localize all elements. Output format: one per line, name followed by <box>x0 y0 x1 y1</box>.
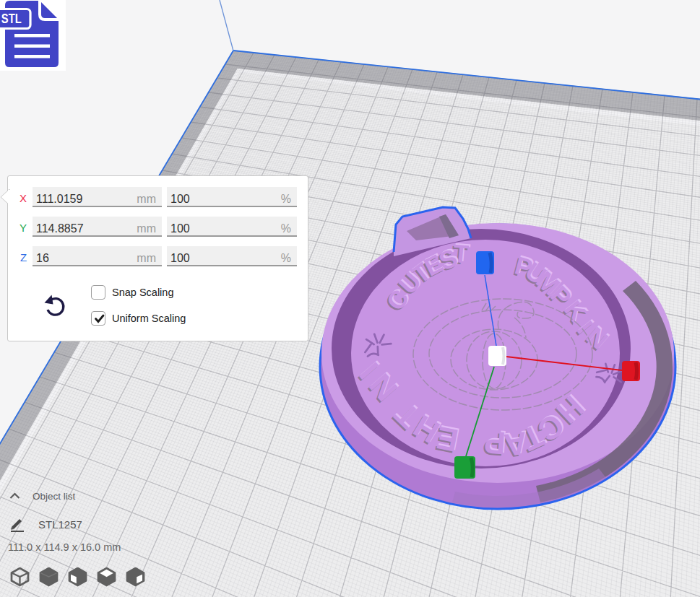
svg-text:STL: STL <box>1 12 22 26</box>
svg-text:T: T <box>452 239 470 269</box>
